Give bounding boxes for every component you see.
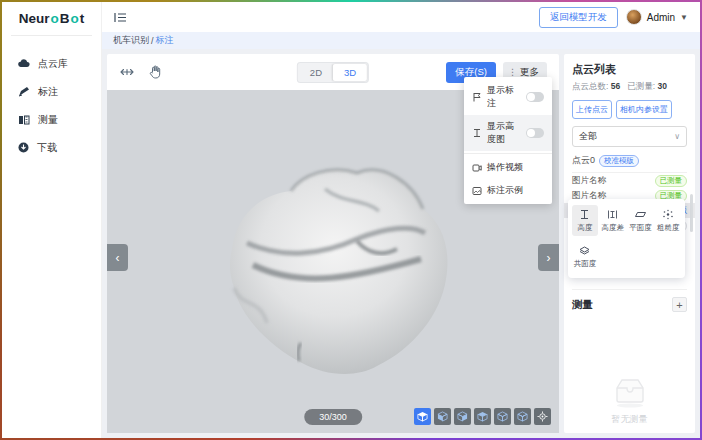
view-cube-button-5[interactable]: [494, 408, 511, 425]
sidebar: NeuroBot 点云库 标注 测量 下载: [2, 2, 102, 438]
show-heightmap-toggle[interactable]: [526, 128, 544, 138]
breadcrumb-current: 标注: [156, 34, 174, 47]
sidebar-menu: 点云库 标注 测量 下载: [2, 36, 101, 162]
username: Admin: [647, 12, 675, 23]
tool-label: 高度: [577, 223, 592, 233]
tool-flatness[interactable]: 平面度: [628, 205, 654, 236]
menu-item-show-annotations[interactable]: 显示标注: [464, 79, 552, 115]
view-cube-button-4[interactable]: [474, 408, 491, 425]
tool-label: 共面度: [574, 259, 597, 269]
avatar: [626, 9, 642, 25]
cloud-icon: [18, 58, 30, 70]
sidebar-item-label: 测量: [38, 113, 58, 127]
tool-height[interactable]: 高度: [572, 205, 598, 236]
view-3d-button[interactable]: 3D: [333, 64, 367, 81]
hand-tool-icon[interactable]: [149, 65, 162, 79]
pointcloud-name: 点云0: [572, 154, 595, 167]
neurobot-app: NeuroBot 点云库 标注 测量 下载 返回模型开发: [2, 2, 700, 438]
panel-scrollbar[interactable]: [690, 194, 693, 232]
sidebar-item-pointcloud-library[interactable]: 点云库: [2, 50, 101, 78]
locate-center-button[interactable]: [534, 408, 551, 425]
tool-label: 平面度: [629, 223, 652, 233]
view-2d-button[interactable]: 2D: [299, 64, 333, 81]
progress-counter: 30/300: [304, 409, 362, 425]
collapse-sidebar-icon[interactable]: [114, 12, 127, 23]
sidebar-item-measure[interactable]: 测量: [2, 106, 101, 134]
measure-section-header: 测量 +: [572, 289, 687, 312]
tool-label: 高度差: [601, 223, 624, 233]
filter-value: 全部: [579, 130, 597, 143]
chevron-down-icon: ▼: [680, 13, 688, 22]
height-icon: [579, 209, 590, 220]
view-cube-button-2[interactable]: [434, 408, 451, 425]
user-menu[interactable]: Admin ▼: [626, 9, 688, 25]
back-to-model-dev-button[interactable]: 返回模型开发: [539, 7, 618, 28]
flatness-icon: [634, 209, 647, 220]
sidebar-item-label: 点云库: [38, 57, 68, 71]
breadcrumb-separator: /: [151, 36, 154, 46]
view-cube-button-3[interactable]: [454, 408, 471, 425]
viewer-card: 2D 3D 保存(S) ⋮更多 显示标注: [107, 54, 559, 433]
total-stat: 点云总数: 56: [572, 81, 620, 93]
menu-item-annotation-examples[interactable]: 标注示例: [464, 179, 552, 202]
show-annotations-toggle[interactable]: [526, 92, 544, 102]
next-image-arrow[interactable]: ›: [538, 244, 559, 271]
view-cube-button-6[interactable]: [514, 408, 531, 425]
tool-height-difference[interactable]: 高度差: [600, 205, 626, 236]
breadcrumb: 机车识别 / 标注: [102, 32, 700, 49]
pan-tool-icon[interactable]: [119, 65, 135, 79]
tool-coplanarity[interactable]: 共面度: [572, 241, 598, 272]
calibration-template-badge: 校准模版: [599, 155, 639, 167]
empty-box-icon: [608, 374, 652, 408]
sidebar-item-annotate[interactable]: 标注: [2, 78, 101, 106]
kebab-icon: ⋮: [508, 67, 517, 77]
measure-title: 测量: [572, 298, 593, 312]
menu-divider: [464, 153, 552, 154]
menu-item-show-heightmap[interactable]: 显示高度图: [464, 115, 552, 151]
text-height-icon: [472, 128, 482, 138]
total-label: 点云总数:: [572, 81, 608, 91]
measure-tool-palette: 高度 高度差 平面度 粗糙度: [568, 199, 685, 278]
pointcloud-list-panel: 点云列表 点云总数: 56 已测量: 30 上传点云 相机内参设置 全部 ∨ 点…: [564, 54, 695, 433]
measured-value: 30: [657, 81, 666, 91]
brand-gear: o: [51, 11, 59, 26]
brand-text: t: [80, 11, 85, 26]
more-dropdown-menu: 显示标注 显示高度图 操作视频 标注示例: [464, 77, 552, 204]
image-icon: [472, 186, 482, 196]
sidebar-item-label: 下载: [37, 141, 57, 155]
menu-item-label: 标注示例: [487, 184, 523, 197]
brand-text: Neur: [19, 11, 50, 26]
camera-intrinsics-button[interactable]: 相机内参设置: [616, 100, 672, 119]
upload-pointcloud-button[interactable]: 上传点云: [572, 100, 612, 119]
breadcrumb-parent[interactable]: 机车识别: [113, 34, 149, 47]
add-measure-button[interactable]: +: [672, 297, 687, 312]
tool-label: 粗糙度: [657, 223, 680, 233]
sidebar-item-label: 标注: [38, 85, 58, 99]
dimension-toggle: 2D 3D: [297, 62, 369, 83]
screenshot-frame: NeuroBot 点云库 标注 测量 下载 返回模型开发: [0, 0, 702, 440]
view-cube-button-1[interactable]: [414, 408, 431, 425]
brand-text: B: [60, 11, 70, 26]
coplanarity-icon: [578, 245, 591, 256]
menu-item-tutorial-video[interactable]: 操作视频: [464, 156, 552, 179]
pointcloud-group-row[interactable]: 点云0 校准模版: [572, 154, 687, 173]
download-icon: [18, 142, 29, 155]
measured-stat: 已测量: 30: [627, 81, 667, 93]
image-list-item[interactable]: 图片名称 已测量: [572, 173, 687, 188]
tooth-3d-model: [207, 137, 459, 379]
menu-item-label: 显示高度图: [487, 120, 521, 146]
panel-buttons: 上传点云 相机内参设置: [572, 100, 687, 119]
flag-icon: [472, 92, 482, 102]
tool-roughness[interactable]: 粗糙度: [655, 205, 681, 236]
height-difference-icon: [607, 209, 618, 220]
pen-icon: [18, 86, 30, 99]
sidebar-item-download[interactable]: 下载: [2, 134, 101, 162]
prev-image-arrow[interactable]: ‹: [107, 244, 128, 271]
brand-logo: NeuroBot: [11, 2, 92, 36]
measured-status-badge: 已测量: [655, 175, 688, 187]
image-name: 图片名称: [572, 175, 606, 187]
content-area: 2D 3D 保存(S) ⋮更多 显示标注: [102, 49, 700, 438]
filter-select[interactable]: 全部 ∨: [572, 126, 687, 147]
empty-state-text: 暂无测量: [612, 413, 648, 426]
video-icon: [472, 163, 482, 173]
